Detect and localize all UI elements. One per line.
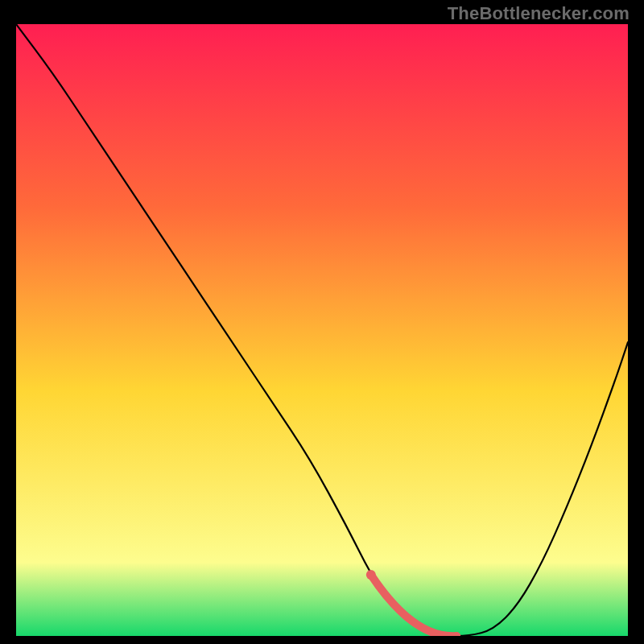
watermark-text: TheBottlenecker.com bbox=[448, 3, 630, 24]
chart-background bbox=[16, 24, 628, 636]
optimal-range-start-dot bbox=[366, 570, 376, 580]
bottleneck-chart bbox=[16, 24, 628, 636]
